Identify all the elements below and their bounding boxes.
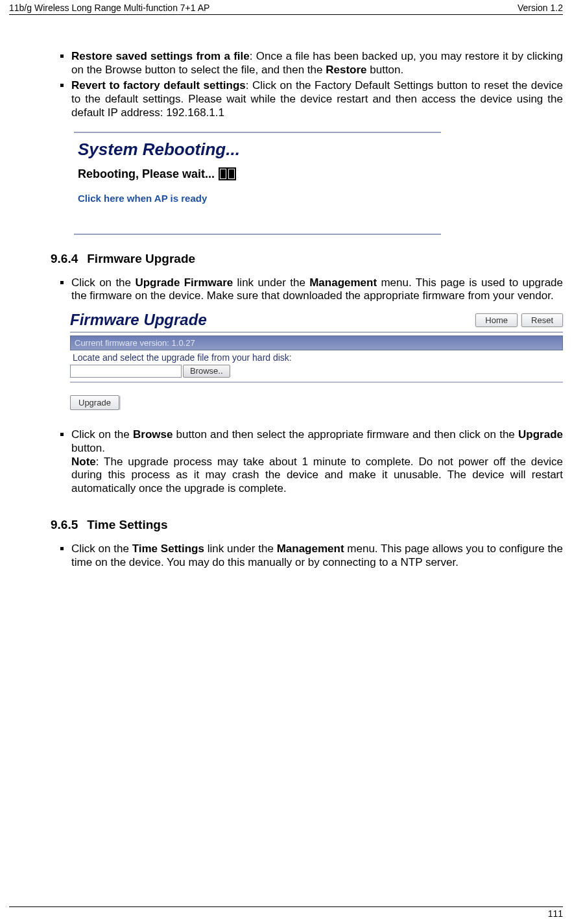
text-bold: Management <box>277 542 344 555</box>
text: button. <box>71 442 105 454</box>
item-bold: Restore <box>326 64 366 76</box>
item-lead: Restore saved settings from a file <box>71 50 250 62</box>
section-title: Time Settings <box>87 518 167 531</box>
upgrade-button[interactable]: Upgrade <box>70 395 119 410</box>
list-item: Restore saved settings from a file: Once… <box>71 50 563 77</box>
firmware-version-bar: Current firmware version: 1.0.27 <box>70 335 563 350</box>
figure-system-rebooting: System Rebooting... Rebooting, Please wa… <box>74 132 563 235</box>
text-bold: Browse <box>133 428 173 441</box>
header-left: 11b/g Wireless Long Range Multi-function… <box>9 3 209 13</box>
text: Click on the <box>71 276 135 289</box>
list-item: Click on the Time Settings link under th… <box>71 542 563 569</box>
text-bold: Management <box>309 276 377 289</box>
list-item: Revert to factory default settings: Clic… <box>71 79 563 119</box>
bullet-list-d: Click on the Time Settings link under th… <box>51 542 563 569</box>
text: Click on the <box>71 542 132 555</box>
text-bold: Time Settings <box>132 542 204 555</box>
section-title: Firmware Upgrade <box>87 252 195 265</box>
section-heading-964: 9.6.4Firmware Upgrade <box>51 252 563 266</box>
locate-label: Locate and select the upgrade file from … <box>70 350 563 365</box>
home-button[interactable]: Home <box>475 313 518 327</box>
page-number: 111 <box>548 908 563 919</box>
browse-button[interactable]: Browse.. <box>183 365 230 378</box>
header-right: Version 1.2 <box>518 3 563 13</box>
reset-button[interactable]: Reset <box>521 313 563 327</box>
text-bold: Upgrade <box>518 428 563 441</box>
text: Click on the <box>71 428 133 441</box>
reboot-wait-text: Rebooting, Please wait... <box>78 167 215 181</box>
section-number: 9.6.5 <box>51 518 78 531</box>
bullet-list-a: Restore saved settings from a file: Once… <box>51 50 563 120</box>
reboot-ready-link[interactable]: Click here when AP is ready <box>78 193 441 204</box>
note-body: : The upgrade process may take about 1 m… <box>71 456 563 494</box>
item-lead: Revert to factory default settings <box>71 79 246 91</box>
note-lead: Note <box>71 456 96 468</box>
bullet-list-c: Click on the Browse button and then sele… <box>51 428 563 496</box>
section-number: 9.6.4 <box>51 252 78 265</box>
text-bold: Upgrade Firmware <box>135 276 233 289</box>
text: link under the <box>233 276 309 289</box>
document-header: 11b/g Wireless Long Range Multi-function… <box>9 3 563 15</box>
reboot-title: System Rebooting... <box>78 140 441 160</box>
list-item: Click on the Browse button and then sele… <box>71 428 563 496</box>
fw-title: Firmware Upgrade <box>70 311 471 329</box>
text: button and then select the appropriate f… <box>173 428 518 441</box>
text: link under the <box>204 542 277 555</box>
document-footer: 111 <box>9 906 563 919</box>
file-path-input[interactable] <box>70 365 182 378</box>
bullet-list-b: Click on the Upgrade Firmware link under… <box>51 276 563 303</box>
section-heading-965: 9.6.5Time Settings <box>51 518 563 532</box>
list-item: Click on the Upgrade Firmware link under… <box>71 276 563 303</box>
reboot-wait-row: Rebooting, Please wait... <box>78 167 441 181</box>
figure-firmware-upgrade: Firmware Upgrade Home Reset Current firm… <box>70 311 563 410</box>
item-tail: button. <box>367 64 404 76</box>
countdown-icon <box>219 167 236 180</box>
